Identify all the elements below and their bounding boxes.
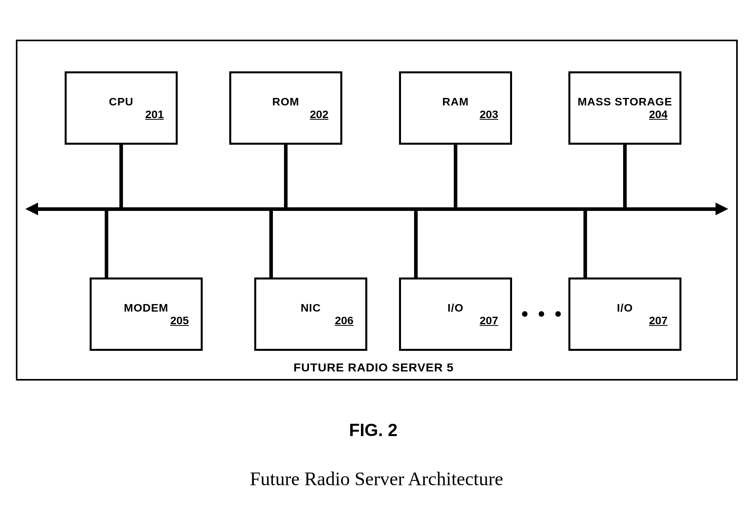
block-mass-storage: MASS STORAGE 204 — [568, 71, 681, 145]
block-number: 204 — [649, 108, 668, 121]
block-label: ROM — [272, 96, 299, 108]
block-ram: RAM 203 — [399, 71, 512, 145]
figure-subtitle: Future Radio Server Architecture — [250, 468, 503, 490]
stub-ram — [454, 145, 457, 208]
block-cpu: CPU 201 — [65, 71, 178, 145]
block-io-2: I/O 207 — [568, 277, 681, 351]
block-label: RAM — [442, 96, 469, 108]
block-label: I/O — [447, 302, 463, 314]
block-modem: MODEM 205 — [90, 277, 203, 351]
block-nic: NIC 206 — [254, 277, 367, 351]
block-rom: ROM 202 — [229, 71, 342, 145]
block-number: 203 — [480, 108, 498, 121]
system-bus — [38, 207, 716, 211]
stub-mass-storage — [623, 145, 627, 208]
frame-label: FUTURE RADIO SERVER 5 — [294, 361, 454, 374]
block-number: 206 — [335, 314, 353, 327]
bus-arrow-left — [25, 203, 38, 215]
figure-label: FIG. 2 — [349, 420, 397, 440]
block-label: MODEM — [124, 302, 168, 314]
block-io-1: I/O 207 — [399, 277, 512, 351]
block-label: NIC — [301, 302, 321, 314]
block-number: 202 — [310, 108, 328, 121]
diagram-canvas: CPU 201 ROM 202 RAM 203 MASS STORAGE 204… — [0, 0, 756, 532]
stub-io-2 — [583, 210, 587, 277]
block-number: 201 — [145, 108, 164, 121]
block-number: 207 — [480, 314, 498, 327]
stub-nic — [269, 210, 273, 277]
stub-rom — [284, 145, 288, 208]
block-label: I/O — [617, 302, 633, 314]
block-number: 207 — [649, 314, 668, 327]
stub-io-1 — [414, 210, 418, 277]
stub-modem — [105, 210, 108, 277]
block-number: 205 — [170, 314, 189, 327]
stub-cpu — [119, 145, 123, 208]
block-label: MASS STORAGE — [578, 96, 672, 108]
ellipsis-icon — [522, 311, 561, 317]
bus-arrow-right — [716, 203, 728, 215]
block-label: CPU — [109, 96, 133, 108]
